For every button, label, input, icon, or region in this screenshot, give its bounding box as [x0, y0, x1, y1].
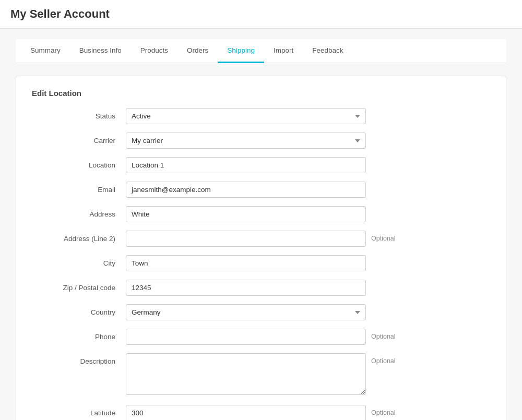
carrier-control: My carrier [126, 133, 366, 149]
address-control [126, 206, 366, 222]
carrier-select[interactable]: My carrier [126, 133, 366, 149]
description-row: Description Optional [32, 353, 490, 397]
city-label: City [32, 255, 126, 267]
latitude-label: Latitude [32, 405, 126, 417]
email-input[interactable] [126, 182, 366, 198]
carrier-row: Carrier My carrier [32, 133, 490, 149]
country-select[interactable]: Germany United States France United King… [126, 304, 366, 320]
tab-shipping[interactable]: Shipping [218, 39, 264, 63]
tab-summary[interactable]: Summary [21, 39, 70, 63]
location-control [126, 157, 366, 173]
description-control [126, 353, 366, 397]
tab-bar: Summary Business Info Products Orders Sh… [16, 39, 506, 63]
country-control: Germany United States France United King… [126, 304, 366, 320]
country-row: Country Germany United States France Uni… [32, 304, 490, 320]
phone-optional: Optional [366, 329, 396, 340]
phone-row: Phone Optional [32, 329, 490, 345]
page-title: My Seller Account [0, 0, 522, 29]
status-select[interactable]: Active Inactive [126, 108, 366, 124]
latitude-input[interactable] [126, 405, 366, 420]
status-row: Status Active Inactive [32, 108, 490, 124]
address2-label: Address (Line 2) [32, 231, 126, 243]
zip-row: Zip / Postal code [32, 280, 490, 296]
tab-business-info[interactable]: Business Info [70, 39, 131, 63]
page-title-bar: My Seller Account [0, 0, 522, 29]
email-row: Email [32, 182, 490, 198]
location-input[interactable] [126, 157, 366, 173]
address2-control [126, 231, 366, 247]
status-control: Active Inactive [126, 108, 366, 124]
phone-control [126, 329, 366, 345]
phone-input[interactable] [126, 329, 366, 345]
address-row: Address [32, 206, 490, 222]
description-input[interactable] [126, 353, 366, 395]
zip-input[interactable] [126, 280, 366, 296]
main-content: Summary Business Info Products Orders Sh… [0, 29, 522, 420]
zip-control [126, 280, 366, 296]
city-input[interactable] [126, 255, 366, 271]
address2-row: Address (Line 2) Optional [32, 231, 490, 247]
phone-label: Phone [32, 329, 126, 341]
email-control [126, 182, 366, 198]
email-label: Email [32, 182, 126, 194]
location-row: Location [32, 157, 490, 173]
address-label: Address [32, 206, 126, 218]
status-label: Status [32, 108, 126, 120]
latitude-control [126, 405, 366, 420]
tab-feedback[interactable]: Feedback [303, 39, 352, 63]
latitude-optional: Optional [366, 405, 396, 416]
tab-import[interactable]: Import [264, 39, 303, 63]
city-control [126, 255, 366, 271]
zip-label: Zip / Postal code [32, 280, 126, 292]
address2-optional: Optional [366, 231, 396, 242]
location-label: Location [32, 157, 126, 169]
section-title: Edit Location [32, 89, 490, 98]
carrier-label: Carrier [32, 133, 126, 145]
edit-location-card: Edit Location Status Active Inactive Car… [16, 76, 506, 420]
tab-products[interactable]: Products [131, 39, 177, 63]
city-row: City [32, 255, 490, 271]
tab-orders[interactable]: Orders [177, 39, 218, 63]
country-label: Country [32, 304, 126, 316]
description-label: Description [32, 353, 126, 365]
description-optional: Optional [366, 353, 396, 365]
address-input[interactable] [126, 206, 366, 222]
latitude-row: Latitude Optional [32, 405, 490, 420]
address2-input[interactable] [126, 231, 366, 247]
